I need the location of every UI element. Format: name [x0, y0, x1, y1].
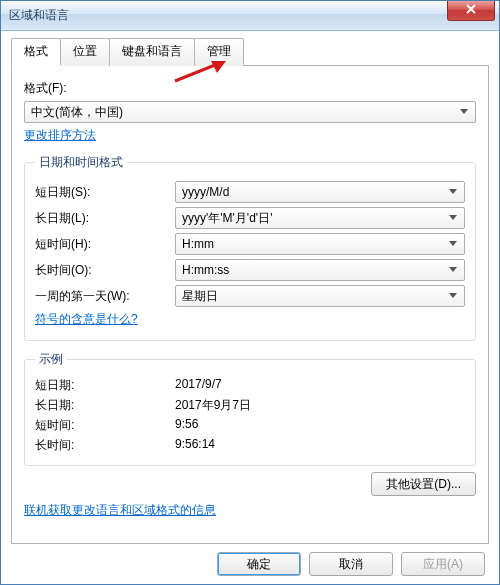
- tab-keyboard-language[interactable]: 键盘和语言: [109, 38, 195, 66]
- chevron-down-icon: [456, 104, 472, 120]
- change-sort-link[interactable]: 更改排序方法: [24, 127, 96, 144]
- ex-long-date-label: 长日期:: [35, 397, 175, 414]
- region-language-window: 区域和语言 格式 位置 键盘和语言 管理 格式(F): 中文(简体，中国): [0, 0, 500, 585]
- long-date-select[interactable]: yyyy'年'M'月'd'日': [175, 207, 465, 229]
- chevron-down-icon: [445, 184, 461, 200]
- example-group: 示例 短日期: 2017/9/7 长日期: 2017年9月7日 短时间: 9:5…: [24, 351, 476, 466]
- chevron-down-icon: [445, 288, 461, 304]
- tab-format[interactable]: 格式: [11, 38, 61, 66]
- example-legend: 示例: [35, 351, 67, 368]
- short-time-label: 短时间(H):: [35, 236, 175, 253]
- tab-bar: 格式 位置 键盘和语言 管理: [11, 37, 489, 66]
- online-info-link[interactable]: 联机获取更改语言和区域格式的信息: [24, 502, 216, 519]
- format-label: 格式(F):: [24, 80, 67, 97]
- ok-button[interactable]: 确定: [217, 552, 301, 576]
- long-time-select[interactable]: H:mm:ss: [175, 259, 465, 281]
- chevron-down-icon: [445, 262, 461, 278]
- ex-long-date-value: 2017年9月7日: [175, 397, 465, 414]
- format-panel: 格式(F): 中文(简体，中国) 更改排序方法 日期和时间格式 短日期(S): …: [11, 66, 489, 544]
- short-date-label: 短日期(S):: [35, 184, 175, 201]
- first-day-select[interactable]: 星期日: [175, 285, 465, 307]
- long-time-label: 长时间(O):: [35, 262, 175, 279]
- symbols-meaning-link[interactable]: 符号的含意是什么?: [35, 311, 138, 328]
- close-icon: [465, 3, 477, 17]
- chevron-down-icon: [445, 210, 461, 226]
- ex-short-date-value: 2017/9/7: [175, 377, 465, 394]
- apply-button[interactable]: 应用(A): [401, 552, 485, 576]
- cancel-button[interactable]: 取消: [309, 552, 393, 576]
- ex-long-time-label: 长时间:: [35, 437, 175, 454]
- format-select-value: 中文(简体，中国): [31, 104, 123, 121]
- tab-admin[interactable]: 管理: [194, 38, 244, 66]
- format-select[interactable]: 中文(简体，中国): [24, 101, 476, 123]
- ex-short-time-label: 短时间:: [35, 417, 175, 434]
- ex-short-date-label: 短日期:: [35, 377, 175, 394]
- window-title: 区域和语言: [9, 7, 69, 24]
- datetime-format-group: 日期和时间格式 短日期(S): yyyy/M/d 长日期(L): yyyy'年'…: [24, 154, 476, 341]
- short-date-select[interactable]: yyyy/M/d: [175, 181, 465, 203]
- other-settings-button[interactable]: 其他设置(D)...: [371, 472, 476, 496]
- close-button[interactable]: [447, 1, 495, 21]
- dialog-buttons: 确定 取消 应用(A): [11, 544, 489, 576]
- long-time-value: H:mm:ss: [182, 263, 229, 277]
- titlebar[interactable]: 区域和语言: [1, 1, 499, 31]
- chevron-down-icon: [445, 236, 461, 252]
- first-day-value: 星期日: [182, 288, 218, 305]
- long-date-value: yyyy'年'M'月'd'日': [182, 210, 272, 227]
- long-date-label: 长日期(L):: [35, 210, 175, 227]
- short-date-value: yyyy/M/d: [182, 185, 229, 199]
- datetime-legend: 日期和时间格式: [35, 154, 127, 171]
- first-day-label: 一周的第一天(W):: [35, 288, 175, 305]
- tab-location[interactable]: 位置: [60, 38, 110, 66]
- short-time-value: H:mm: [182, 237, 214, 251]
- ex-long-time-value: 9:56:14: [175, 437, 465, 454]
- short-time-select[interactable]: H:mm: [175, 233, 465, 255]
- ex-short-time-value: 9:56: [175, 417, 465, 434]
